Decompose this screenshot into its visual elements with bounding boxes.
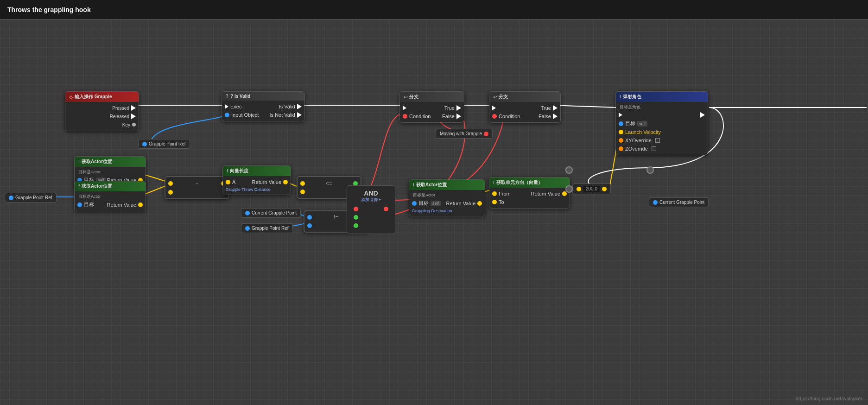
node-vector-length: f 向量长度 A Return Value Grapple Throw Dist… <box>222 165 291 195</box>
node-and: AND 添加引脚 + <box>347 185 395 234</box>
title-text: Throws the grappling hook <box>7 6 91 13</box>
node-get-actor-loc-3: f 获取Actor位置 目标是Actor 目标 self Return Valu… <box>409 179 485 216</box>
node-header: ? ? Is Valid <box>222 92 304 101</box>
reroute-1 <box>565 166 573 174</box>
pin-is-valid-out <box>297 104 302 109</box>
pin-pressed <box>131 105 136 111</box>
node-input-action: ◇ 输入操作 Grapple Pressed Released <box>65 91 139 131</box>
node-header: ↩ 分支 <box>489 92 560 102</box>
node-launch-char: f 弹射角色 目标是角色 目标 self <box>615 91 708 155</box>
node-header: f 向量长度 <box>223 166 291 176</box>
node-grapple-ref3: Grapple Point Ref <box>241 223 293 233</box>
node-moving-grapple: Moving with Grapple <box>436 129 493 139</box>
pin-released <box>131 114 136 119</box>
pin-return <box>138 202 143 207</box>
node-current-grapple-right: Current Grapple Point <box>649 197 709 207</box>
title-bar: Throws the grappling hook <box>0 0 868 19</box>
watermark: https://blog.csdn.net/walsyker <box>796 396 862 401</box>
pin-input-object <box>225 113 229 117</box>
pin-not-valid-out <box>297 112 302 118</box>
node-header: f 获取单元方向（向量） <box>489 177 570 188</box>
canvas[interactable]: ◇ 输入操作 Grapple Pressed Released <box>0 19 868 405</box>
pin-exec-in <box>225 104 228 109</box>
node-header: f 获取Actor位置 <box>409 180 485 190</box>
node-current-grapple: Current Grapple Point <box>241 208 301 218</box>
node-get-actor-loc-2: f 获取Actor位置 目标是Actor 目标 Return Value <box>74 181 146 211</box>
node-grapple-ref-top: Grapple Point Ref <box>138 139 190 149</box>
node-branch-1: ↩ 分支 True Condition False <box>399 91 464 123</box>
node-header: ↩ 分支 <box>400 92 464 102</box>
node-branch-2: ↩ 分支 True Condition False <box>489 91 561 123</box>
node-value-200: 200.0 <box>572 184 611 194</box>
node-header: f 获取Actor位置 <box>75 157 146 167</box>
node-is-valid: ? ? Is Valid Exec Is Valid Input Object <box>222 91 305 121</box>
node-header: ◇ 输入操作 Grapple <box>65 92 139 102</box>
node-header: f 弹射角色 <box>616 92 708 102</box>
reroute-3 <box>565 185 573 193</box>
node-subtract: - <box>165 176 229 199</box>
node-get-unit-dir: f 获取单元方向（向量） From Return Value To <box>489 177 570 209</box>
pin-key <box>132 123 136 127</box>
node-header: f 获取Actor位置 <box>75 181 146 191</box>
reroute-2 <box>646 166 654 174</box>
node-grapple-ref-bottom: Grapple Point Ref <box>5 193 57 202</box>
